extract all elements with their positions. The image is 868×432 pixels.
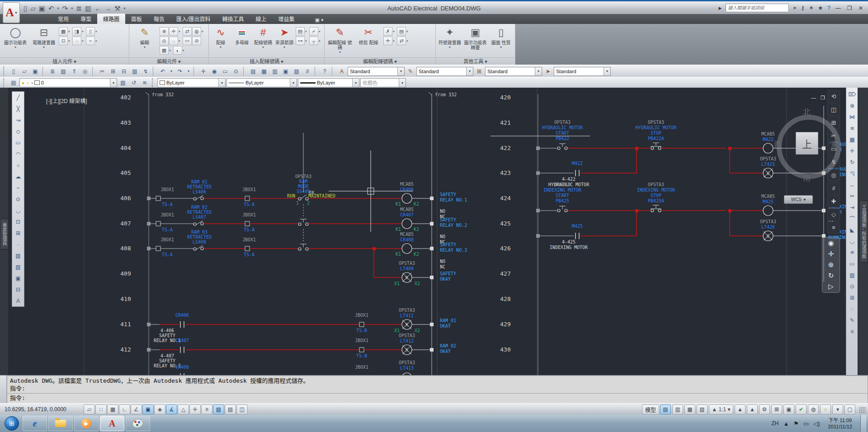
modify-tool-3[interactable]: ≋ <box>847 122 858 134</box>
chevron-down-icon[interactable]: ▾ <box>202 30 205 33</box>
action-center-icon[interactable]: ⚑ <box>793 420 799 427</box>
toggle-object-snap[interactable]: ▣ <box>142 404 154 414</box>
canvas-tool-7[interactable]: # <box>827 182 840 194</box>
small-tool-button[interactable]: ▦ <box>160 46 169 55</box>
search-icon[interactable]: ⌖ <box>793 5 796 12</box>
modify-tool-14[interactable]: ✳ <box>847 247 858 258</box>
workspace-gear-button[interactable]: ⚙ <box>759 404 770 414</box>
bulb-button[interactable]: ○ <box>820 404 831 414</box>
layer-tool-button-0[interactable]: ▧ <box>118 78 128 88</box>
modify-tool-16[interactable]: ▧ <box>847 269 858 281</box>
small-tool-button[interactable]: ┬ <box>309 37 318 45</box>
small-tool-button[interactable]: ⊡ <box>59 37 68 45</box>
icon-menu-button[interactable]: ◯圖示功能表▾ <box>2 25 29 56</box>
toolbar-button-2-1[interactable]: ⊞ <box>108 66 118 76</box>
chevron-down-icon[interactable]: ▾ <box>535 67 542 75</box>
draw-tool-15[interactable]: ▧ <box>13 261 24 272</box>
small-tool-button[interactable]: ◎ <box>160 37 169 45</box>
tab-project[interactable]: 專案 <box>75 14 97 24</box>
viewport-controls[interactable]: [-][上][2D 線架構] <box>46 97 87 104</box>
auto-annotation-button[interactable]: ▲ <box>747 404 758 414</box>
chevron-down-icon[interactable]: ▾ <box>305 30 309 33</box>
small-tool-button[interactable]: ◐ <box>173 46 182 55</box>
draw-tool-11[interactable]: ⊡ <box>13 216 24 227</box>
circuit-builder-button[interactable]: ⊟電路建置器▾ <box>30 25 57 56</box>
toolbar-button-1-1[interactable]: ▧ <box>58 66 68 76</box>
navbar-tool-0[interactable]: ◉ <box>828 239 834 247</box>
tab-conversion[interactable]: 轉換工具 <box>216 14 250 24</box>
draw-tool-8[interactable]: ~ <box>13 182 24 193</box>
toggle-quick-properties[interactable]: ▤ <box>225 404 236 414</box>
toolbar-button-3-0[interactable]: ↶ <box>158 66 168 76</box>
toolbar-button-4-3[interactable]: ⊙ <box>231 66 241 76</box>
toggle-3d-object-snap[interactable]: ◈ <box>154 404 165 414</box>
trim-wire-button[interactable]: ✂修剪 配線 <box>355 25 382 56</box>
chevron-down-icon[interactable]: ▾ <box>183 49 186 52</box>
canvas-tool-0[interactable]: ⟲ <box>827 90 840 103</box>
draw-tool-2[interactable]: ↝ <box>13 114 24 126</box>
ribbon-tab-menu-button[interactable]: ▣ ▾ <box>312 16 326 24</box>
modify-tool-15[interactable]: ▭ <box>847 258 858 269</box>
qat-icon-3[interactable]: ↶ <box>48 5 54 13</box>
source-arrow-button[interactable]: ➤來源箭頭▾ <box>274 25 294 56</box>
qat-icon-12[interactable]: ▾ <box>123 6 125 10</box>
toggle-transparency[interactable]: ▨ <box>213 404 224 414</box>
qat-icon-1[interactable]: ▱ <box>30 5 36 13</box>
navbar-tool-1[interactable]: ✛ <box>828 250 834 258</box>
modify-tool-13[interactable]: ◡ <box>847 235 858 247</box>
modify-tool-8[interactable]: ↔ <box>847 179 858 190</box>
qat-icon-6[interactable]: ▾ <box>71 6 73 10</box>
drawing-minimize-icon[interactable]: — <box>811 95 816 101</box>
draw-tool-5[interactable]: ◠ <box>13 148 24 160</box>
toolbar-button-5-1[interactable]: ▦ <box>259 66 269 76</box>
modify-tool-0[interactable]: ⌦ <box>847 89 858 100</box>
linetype-combo[interactable]: ByLayer▾ <box>226 78 297 87</box>
chevron-down-icon[interactable]: ▾ <box>399 79 406 87</box>
chevron-down-icon[interactable]: ▾ <box>319 39 322 43</box>
draw-tool-7[interactable]: ☁ <box>13 171 24 182</box>
coordinates-readout[interactable]: 10.6295, 16.4719, 0.0000 <box>0 406 84 413</box>
viewcube-top-face[interactable]: 上 <box>796 132 818 155</box>
toggle-dynamic-ucs[interactable]: △ <box>178 404 189 414</box>
layer-tool-button-2[interactable]: ≋ <box>140 78 150 88</box>
clock[interactable]: 下午 11:092011/11/12 <box>825 417 856 430</box>
multi-bus-button[interactable]: 多母線 <box>232 25 252 56</box>
small-tool-button[interactable]: ⌁ <box>86 37 95 45</box>
toolbar-button-6-0[interactable]: ? <box>320 66 330 76</box>
tool-palettes-tab[interactable]: 工具選項板 - 所有的選項板 <box>859 201 868 263</box>
toggle-polar-tracking[interactable]: ∠ <box>131 404 142 414</box>
viewcube-south[interactable]: 南 <box>803 172 811 183</box>
qat-icon-10[interactable]: → <box>104 5 111 12</box>
quickview-button-1[interactable]: ▥ <box>672 404 683 414</box>
wire-button[interactable]: ∿配線▾ <box>211 25 231 56</box>
draw-tool-14[interactable]: ▨ <box>13 250 24 261</box>
toolbar-button-0-0[interactable]: ▯ <box>9 66 19 76</box>
navbar-tool-3[interactable]: ↻ <box>828 272 834 280</box>
toolbar-button-5-3[interactable]: ▣ <box>281 66 291 76</box>
chevron-down-icon[interactable]: ▾ <box>95 30 99 33</box>
chevron-down-icon[interactable]: ▾ <box>406 39 410 43</box>
modify-tool-11[interactable]: ⌒ <box>847 213 858 224</box>
toolbar-button-1-2[interactable]: ⇑ <box>69 66 79 76</box>
draw-tool-1[interactable]: ╳ <box>13 103 24 114</box>
qat-icon-8[interactable]: ▥ <box>85 5 91 13</box>
ribbon-panel-title-3[interactable]: 編輯配線號碼 ▾ <box>325 57 435 65</box>
status-green-button[interactable]: ✔ <box>796 404 807 414</box>
tab-import-export[interactable]: 匯入/匯出資料 <box>170 14 216 24</box>
lineweight-combo[interactable]: ByLayer▾ <box>298 78 359 87</box>
chevron-down-icon[interactable]: ▾ <box>319 30 322 33</box>
dimension-style-combo[interactable]: Standard▾ <box>416 67 473 76</box>
drawing-canvas[interactable]: from 332from 332402403404405406407408409… <box>8 88 846 375</box>
clean-screen-button[interactable]: ▢ <box>844 404 855 414</box>
search-input[interactable] <box>726 4 789 12</box>
restore-button[interactable]: ❐ <box>846 5 853 11</box>
start-button[interactable]: ⊞ <box>5 416 19 431</box>
close-button[interactable]: ✕ <box>857 5 864 11</box>
chevron-down-icon[interactable]: ▾ <box>82 30 85 33</box>
toolbar-button-0-2[interactable]: ▣ <box>30 66 40 76</box>
table-style-combo-icon[interactable]: ⊞ <box>474 66 484 76</box>
chevron-down-icon[interactable]: ▾ <box>179 39 182 43</box>
chevron-down-icon[interactable]: ▾ <box>393 30 396 33</box>
wire-number-button[interactable]: #配線號碼▾ <box>253 25 273 56</box>
command-line-grip[interactable] <box>0 376 7 404</box>
